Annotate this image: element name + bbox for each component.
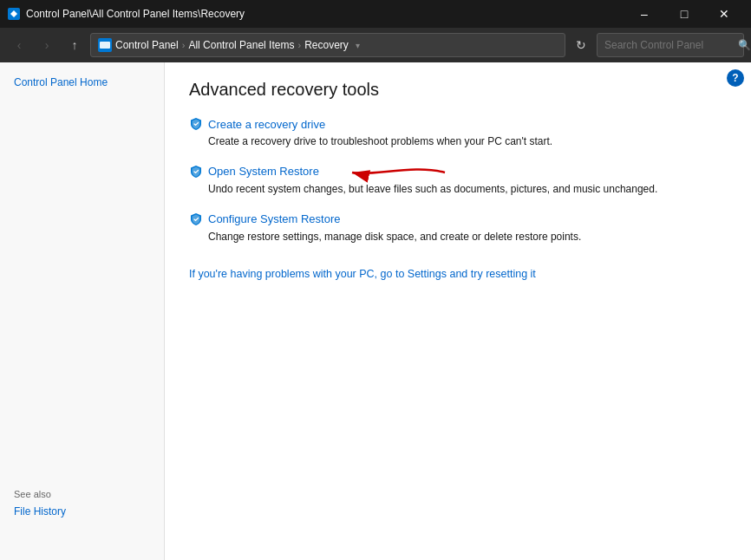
search-box[interactable]: 🔍 — [597, 33, 744, 57]
help-button[interactable]: ? — [727, 69, 744, 87]
maximize-button[interactable]: □ — [664, 0, 704, 28]
create-recovery-drive-desc: Create a recovery drive to troubleshoot … — [208, 134, 727, 149]
back-button[interactable]: ‹ — [7, 33, 31, 57]
create-recovery-drive-link[interactable]: Create a recovery drive — [189, 117, 727, 131]
sidebar: Control Panel Home See also File History — [0, 62, 165, 560]
path-dropdown-button[interactable]: ▾ — [356, 41, 360, 50]
page-title: Advanced recovery tools — [189, 80, 727, 100]
shield-icon-1 — [189, 117, 203, 131]
sidebar-nav: Control Panel Home — [0, 62, 164, 102]
main-area: Control Panel Home See also File History… — [0, 62, 751, 560]
up-button[interactable]: ↑ — [62, 33, 87, 57]
forward-button[interactable]: › — [35, 33, 59, 57]
file-history-link[interactable]: File History — [14, 505, 66, 518]
path-part1: Control Panel — [115, 39, 179, 51]
open-system-restore-label: Open System Restore — [208, 165, 319, 178]
path-icon — [98, 38, 112, 52]
configure-system-restore-label: Configure System Restore — [208, 212, 340, 225]
path-sep1: › — [182, 40, 186, 50]
content-area: ? Advanced recovery tools Create a recov… — [165, 62, 751, 560]
shield-icon-3 — [189, 212, 203, 226]
configure-system-restore-desc: Change restore settings, manage disk spa… — [208, 230, 727, 244]
search-icon: 🔍 — [738, 39, 751, 51]
path-part2: All Control Panel Items — [188, 39, 294, 51]
see-also-label: See also — [14, 489, 151, 499]
title-bar: Control Panel\All Control Panel Items\Re… — [0, 0, 751, 28]
reset-settings-link[interactable]: If you're having problems with your PC, … — [189, 268, 536, 280]
open-system-restore-desc: Undo recent system changes, but leave fi… — [208, 182, 727, 197]
path-part3: Recovery — [304, 39, 349, 51]
window-controls: – □ ✕ — [624, 0, 744, 28]
address-path[interactable]: Control Panel › All Control Panel Items … — [90, 33, 565, 57]
minimize-button[interactable]: – — [624, 0, 664, 28]
open-system-restore-link[interactable]: Open System Restore — [189, 165, 727, 179]
recovery-item-3: Configure System Restore Change restore … — [189, 212, 727, 244]
svg-rect-2 — [100, 42, 110, 49]
configure-system-restore-link[interactable]: Configure System Restore — [189, 212, 727, 226]
window-title: Control Panel\All Control Panel Items\Re… — [26, 8, 624, 20]
path-sep2: › — [297, 40, 301, 50]
recovery-item-1: Create a recovery drive Create a recover… — [189, 117, 727, 149]
refresh-button[interactable]: ↻ — [569, 33, 593, 57]
see-also-section: See also File History — [0, 482, 165, 525]
sidebar-item-home[interactable]: Control Panel Home — [0, 73, 164, 92]
address-bar: ‹ › ↑ Control Panel › All Control Panel … — [0, 28, 751, 62]
recovery-item-2: Open System Restore Undo recent system c… — [189, 165, 727, 197]
search-input[interactable] — [604, 39, 735, 51]
shield-icon-2 — [189, 165, 203, 179]
window-icon — [7, 7, 21, 21]
close-button[interactable]: ✕ — [704, 0, 744, 28]
create-recovery-drive-label: Create a recovery drive — [208, 118, 325, 131]
